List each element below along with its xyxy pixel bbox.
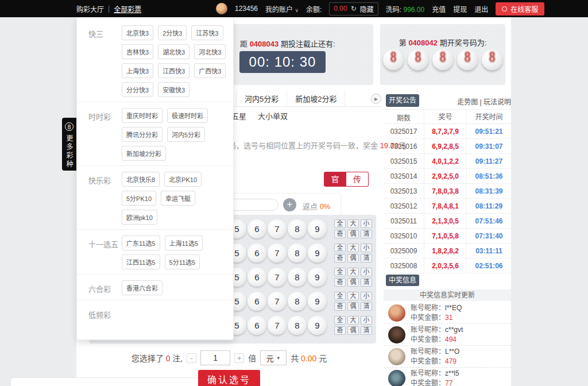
- quick-clear[interactable]: 清: [361, 326, 372, 335]
- quick-clear[interactable]: 清: [361, 302, 372, 311]
- quick-odd[interactable]: 奇: [334, 302, 346, 311]
- digit-ball[interactable]: 6: [247, 316, 266, 335]
- quick-odd[interactable]: 奇: [334, 278, 346, 287]
- quick-small[interactable]: 小: [361, 292, 372, 300]
- digit-ball[interactable]: 7: [268, 244, 287, 263]
- quick-clear[interactable]: 清: [361, 278, 372, 287]
- lottery-button[interactable]: 安徽快3: [158, 82, 189, 97]
- lottery-button[interactable]: 广西快3: [194, 63, 226, 78]
- lottery-button[interactable]: 重庆时时彩: [122, 108, 163, 123]
- quick-all[interactable]: 全: [334, 219, 346, 228]
- lottery-button[interactable]: 江苏快3: [191, 25, 223, 40]
- quick-small[interactable]: 小: [361, 244, 372, 252]
- quick-big[interactable]: 大: [347, 316, 359, 325]
- quick-even[interactable]: 偶: [347, 326, 359, 335]
- refresh-icon[interactable]: ↻: [351, 5, 357, 13]
- digit-ball[interactable]: 9: [308, 316, 327, 335]
- hide-balance-button[interactable]: 隐藏: [360, 4, 374, 14]
- lottery-button[interactable]: 河内5分彩: [167, 127, 205, 142]
- digit-ball[interactable]: 7: [268, 219, 287, 238]
- digit-ball[interactable]: 7: [268, 268, 287, 287]
- digit-ball[interactable]: 7: [268, 292, 287, 311]
- quick-small[interactable]: 小: [361, 316, 372, 325]
- digit-ball[interactable]: 8: [288, 268, 307, 287]
- digit-ball[interactable]: 9: [308, 268, 327, 287]
- digit-ball[interactable]: 9: [308, 219, 327, 238]
- unit-select[interactable]: 元 ▼: [260, 350, 287, 365]
- lottery-button[interactable]: 吉林快3: [122, 44, 153, 59]
- lottery-button[interactable]: 上海快3: [122, 63, 153, 78]
- digit-ball[interactable]: 7: [268, 316, 287, 335]
- rules-link[interactable]: 玩法说明: [483, 98, 511, 106]
- online-service-button[interactable]: 在线客服: [496, 2, 544, 16]
- mode-traditional-button[interactable]: 传: [346, 172, 369, 187]
- lottery-button[interactable]: 5分PK10: [122, 191, 156, 206]
- quick-big[interactable]: 大: [347, 292, 359, 300]
- quick-all[interactable]: 全: [334, 316, 346, 325]
- rebate-plus-button[interactable]: +: [283, 198, 296, 211]
- quick-all[interactable]: 全: [334, 292, 346, 300]
- digit-ball[interactable]: 6: [247, 268, 266, 287]
- quick-small[interactable]: 小: [361, 219, 372, 228]
- lottery-button[interactable]: 分分快3: [122, 82, 153, 97]
- lottery-button[interactable]: 腾讯分分彩: [122, 127, 163, 142]
- digit-ball[interactable]: 6: [247, 219, 266, 238]
- digit-ball[interactable]: 9: [308, 244, 327, 263]
- withdraw-link[interactable]: 提现: [453, 4, 467, 14]
- quick-clear[interactable]: 清: [361, 230, 372, 238]
- lottery-button[interactable]: 香港六合彩: [122, 280, 163, 295]
- account-menu[interactable]: 我的账户 ∨: [265, 4, 299, 14]
- quick-all[interactable]: 全: [334, 268, 346, 276]
- trend-chart-link[interactable]: 走势图: [457, 98, 478, 106]
- draw-announce-button[interactable]: 开奖公告: [386, 94, 419, 107]
- quick-small[interactable]: 小: [361, 268, 372, 276]
- multiplier-plus-button[interactable]: +: [234, 353, 244, 363]
- quick-even[interactable]: 偶: [347, 278, 359, 287]
- digit-ball[interactable]: 6: [247, 292, 266, 311]
- subtab-bigsmall-oddeven[interactable]: 大小单双: [258, 110, 288, 121]
- quick-big[interactable]: 大: [347, 268, 359, 276]
- quick-odd[interactable]: 奇: [334, 230, 346, 238]
- digit-ball[interactable]: 6: [247, 244, 266, 263]
- quick-even[interactable]: 偶: [347, 302, 359, 311]
- quick-clear[interactable]: 清: [361, 254, 372, 263]
- nav-all-lotteries[interactable]: 全部彩票: [114, 4, 141, 14]
- lottery-button[interactable]: 上海11选5: [165, 236, 203, 250]
- lottery-button[interactable]: 河北快3: [194, 44, 226, 59]
- quick-even[interactable]: 偶: [347, 230, 359, 238]
- nav-lottery-hall[interactable]: 购彩大厅: [76, 4, 104, 14]
- recharge-link[interactable]: 充值: [432, 4, 446, 14]
- lottery-button[interactable]: 江西快3: [158, 63, 189, 78]
- logout-link[interactable]: 退出: [474, 4, 488, 14]
- digit-ball[interactable]: 8: [288, 316, 307, 335]
- lottery-button[interactable]: 广东11选5: [122, 236, 160, 250]
- lottery-button[interactable]: 北京PK10: [164, 172, 202, 187]
- lottery-button[interactable]: 极速时时彩: [167, 108, 208, 123]
- digit-ball[interactable]: 8: [288, 244, 307, 263]
- lottery-button[interactable]: 北京快3: [122, 25, 153, 40]
- play-button[interactable]: ▶: [371, 94, 381, 104]
- quick-all[interactable]: 全: [334, 244, 346, 252]
- tab-singapore-2min[interactable]: 新加坡2分彩: [287, 91, 345, 106]
- lottery-button[interactable]: 2分快3: [158, 25, 187, 40]
- digit-ball[interactable]: 8: [288, 292, 307, 311]
- mode-official-button[interactable]: 官: [324, 172, 346, 187]
- multiplier-minus-button[interactable]: -: [187, 353, 196, 363]
- lottery-button[interactable]: 北京快乐8: [122, 172, 160, 187]
- lottery-button[interactable]: 江西11选5: [122, 254, 160, 269]
- lottery-button[interactable]: 幸运飞艇: [161, 191, 195, 206]
- win-info-button[interactable]: 中奖信息: [386, 275, 419, 286]
- quick-odd[interactable]: 奇: [334, 254, 346, 263]
- digit-ball[interactable]: 9: [308, 292, 327, 311]
- quick-odd[interactable]: 奇: [334, 326, 346, 335]
- lottery-button[interactable]: 欧洲pk10: [122, 210, 157, 225]
- quick-big[interactable]: 大: [347, 219, 359, 228]
- multiplier-input[interactable]: [200, 350, 230, 365]
- lottery-button[interactable]: 新加坡2分彩: [122, 146, 166, 161]
- digit-ball[interactable]: 8: [288, 219, 307, 238]
- quick-even[interactable]: 偶: [347, 254, 359, 263]
- more-lotteries-tab[interactable]: 8 更多彩种: [62, 118, 76, 171]
- lottery-button[interactable]: 5分11选5: [165, 254, 200, 269]
- lottery-button[interactable]: 湖北快3: [158, 44, 189, 59]
- tab-hanoi-5min[interactable]: 河内5分彩: [236, 91, 287, 106]
